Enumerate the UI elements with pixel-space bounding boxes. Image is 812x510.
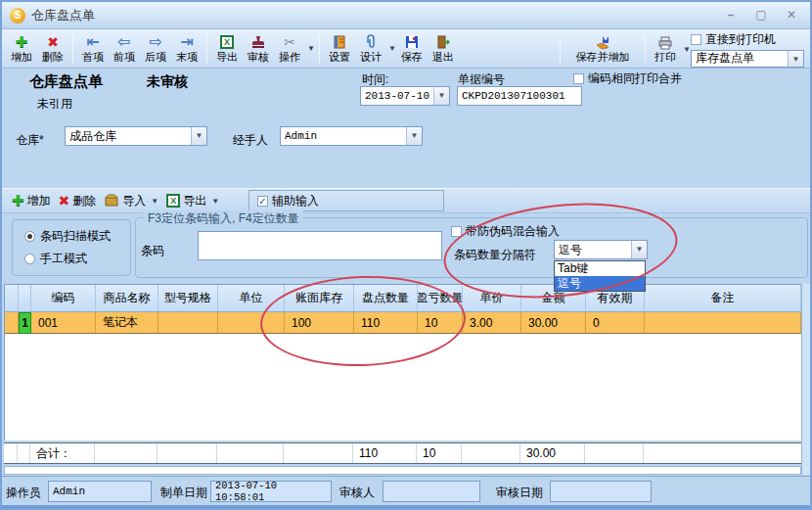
col-header-spec[interactable]: 型号规格: [158, 285, 218, 312]
cell-book-stock[interactable]: 100: [285, 312, 354, 334]
items-table: 编码 商品名称 型号规格 单位 账面库存 盘点数量 盈亏数量 单价 金额 有效期…: [4, 284, 801, 440]
col-header-remark[interactable]: 备注: [645, 285, 801, 312]
totals-spacer: [217, 443, 284, 463]
direct-to-printer-checkbox[interactable]: 直接到打印机: [691, 31, 804, 48]
exit-button[interactable]: 退出: [428, 31, 459, 67]
audit-button[interactable]: 审核: [243, 31, 274, 67]
totals-amount: 30.00: [520, 443, 585, 463]
add-button[interactable]: ✚ 增加: [6, 31, 37, 67]
excel-icon: X: [220, 35, 234, 49]
first-record-button[interactable]: ⇤ 首项: [77, 31, 109, 67]
toolbar-separator: [72, 33, 73, 65]
totals-spacer: [4, 443, 18, 463]
col-header-unit[interactable]: 单位: [218, 285, 285, 312]
cell-counted-qty[interactable]: 110: [354, 312, 418, 334]
radio-dot: [24, 254, 35, 264]
export-button[interactable]: X 导出: [211, 31, 243, 67]
last-arrow-icon: ⇥: [180, 34, 193, 51]
totals-diff-qty: 10: [417, 443, 462, 463]
chevron-down-icon: ▼: [788, 51, 803, 67]
operate-button[interactable]: ✂ 操作: [274, 31, 305, 67]
dropdown-option-comma[interactable]: 逗号: [555, 276, 645, 291]
col-header-counted-qty[interactable]: 盘点数量: [354, 285, 418, 312]
detail-export-button[interactable]: X 导出 ▼: [162, 191, 223, 210]
status-bar: 操作员 Admin 制单日期 2013-07-10 10:58:01 审核人 审…: [2, 476, 810, 505]
cell-amount[interactable]: 30.00: [521, 312, 586, 334]
toolbar-separator: [206, 33, 207, 65]
handler-select[interactable]: Admin ▼: [280, 126, 423, 146]
paperclip-icon: [363, 34, 379, 51]
cell-spec[interactable]: [158, 312, 218, 334]
chevron-down-icon[interactable]: ▼: [307, 44, 315, 53]
detail-import-button[interactable]: 导入 ▼: [100, 191, 162, 210]
cell-name[interactable]: 笔记本: [96, 312, 158, 334]
warehouse-select[interactable]: 成品仓库 ▼: [65, 126, 207, 146]
manual-mode-radio[interactable]: 手工模式: [24, 251, 130, 267]
import-box-icon: [104, 192, 119, 210]
print-button[interactable]: 打印: [650, 31, 681, 67]
toolbar-right-cluster: 保存并增加 打印 ▼ 直接到打印机 库存盘点单 ▼: [556, 29, 808, 69]
delete-button[interactable]: ✖ 删除: [37, 31, 68, 67]
operator-value: Admin: [48, 481, 152, 502]
col-header-book-stock[interactable]: 账面库存: [285, 285, 354, 312]
totals-spacer: [644, 443, 801, 463]
close-icon[interactable]: ✕: [781, 6, 802, 23]
audit-date-label: 审核日期: [496, 485, 543, 501]
minimize-icon[interactable]: –: [720, 6, 742, 23]
horizontal-scrollbar[interactable]: [4, 466, 801, 475]
chevron-down-icon[interactable]: ▼: [388, 44, 396, 53]
save-and-add-button[interactable]: 保存并增加: [564, 31, 641, 67]
cell-unit-price[interactable]: 3.00: [463, 312, 521, 334]
plus-icon: ✚: [16, 34, 28, 51]
title-bar: S 仓库盘点单 – ▢ ✕: [2, 2, 810, 29]
date-select[interactable]: 2013-07-10 ▼: [360, 86, 450, 106]
row-indicator-cell: [5, 312, 19, 334]
aux-input-checkbox[interactable]: ✓ 辅助输入: [257, 193, 319, 209]
totals-spacer: [158, 443, 217, 463]
vertical-scrollbar[interactable]: [801, 284, 812, 475]
cell-unit[interactable]: [218, 312, 285, 334]
barcode-scan-mode-radio[interactable]: 条码扫描模式: [24, 228, 130, 245]
col-header-diff-qty[interactable]: 盈亏数量: [418, 285, 463, 312]
totals-spacer: [18, 443, 30, 463]
next-record-button[interactable]: ⇨ 后项: [140, 31, 171, 67]
row-number-cell: 1: [19, 312, 31, 334]
anti-fake-checkbox[interactable]: 带防伪码混合输入: [451, 223, 560, 240]
floppy-icon: [404, 34, 420, 51]
table-row[interactable]: 1 001 笔记本 100 110 10 3.00 30.00 0: [5, 312, 801, 334]
cell-validity[interactable]: 0: [586, 312, 645, 334]
detail-add-button[interactable]: ✚ 增加: [8, 191, 55, 210]
maximize-icon[interactable]: ▢: [750, 6, 772, 23]
delete-x-icon: ✖: [59, 193, 70, 209]
totals-counted-qty: 110: [353, 443, 417, 463]
cell-remark[interactable]: [645, 312, 801, 334]
totals-row: 合计： 110 10 30.00: [4, 442, 801, 464]
barcode-input[interactable]: [198, 231, 442, 260]
col-header-code[interactable]: 编码: [31, 285, 96, 312]
form-title: 仓库盘点单: [29, 72, 103, 91]
detail-delete-button[interactable]: ✖ 删除: [55, 191, 101, 210]
app-window: S 仓库盘点单 – ▢ ✕ ✚ 增加 ✖ 删除 ⇤ 首项 ⇦ 前项 ⇨ 后项: [0, 0, 812, 510]
aux-input-panel: ✓ 辅助输入: [248, 190, 444, 211]
doc-no-input[interactable]: [457, 86, 582, 106]
settings-button[interactable]: 设置: [324, 31, 355, 67]
prev-record-button[interactable]: ⇦ 前项: [109, 31, 140, 67]
cell-code[interactable]: 001: [31, 312, 96, 334]
checkbox-box: [451, 226, 462, 237]
col-header-unit-price[interactable]: 单价: [463, 285, 521, 312]
design-button[interactable]: 设计: [355, 31, 386, 67]
cell-diff-qty[interactable]: 10: [418, 312, 463, 334]
print-template-select[interactable]: 库存盘点单 ▼: [691, 50, 804, 68]
chevron-down-icon: ▼: [151, 197, 158, 206]
toolbar-separator: [319, 33, 320, 65]
first-arrow-icon: ⇤: [86, 34, 99, 51]
auditor-label: 审核人: [339, 485, 375, 501]
col-header-name[interactable]: 商品名称: [96, 285, 158, 312]
audit-status: 未审核: [147, 73, 188, 91]
save-button[interactable]: 保存: [396, 31, 428, 67]
dropdown-option-tab[interactable]: Tab键: [555, 261, 645, 276]
chevron-down-icon[interactable]: ▼: [683, 45, 691, 54]
last-record-button[interactable]: ⇥ 末项: [171, 31, 203, 67]
separator-select[interactable]: 逗号 ▼: [554, 240, 648, 259]
merge-print-checkbox[interactable]: 编码相同打印合并: [573, 70, 682, 87]
